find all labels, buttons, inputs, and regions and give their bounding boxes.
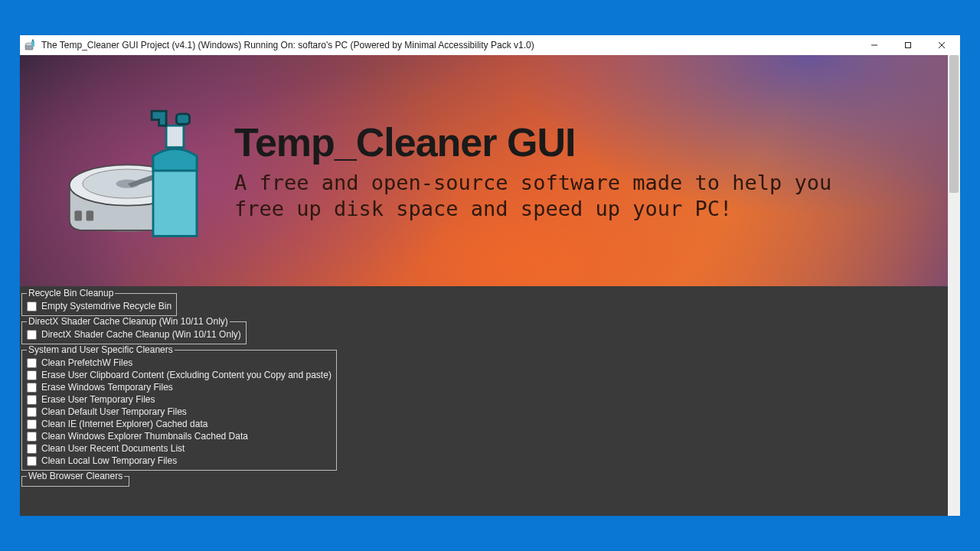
maximize-button[interactable] (891, 35, 925, 55)
hdd-spray-icon (66, 98, 211, 243)
svg-rect-2 (31, 41, 34, 47)
checkbox-label: Erase Windows Temporary Files (41, 382, 173, 393)
banner-text: Temp_Cleaner GUI A free and open-source … (234, 119, 917, 222)
checkbox-label: Clean Local Low Temporary Files (41, 455, 177, 466)
banner-title: Temp_Cleaner GUI (234, 119, 917, 165)
app-icon (24, 39, 37, 51)
checkbox[interactable] (27, 444, 37, 454)
checkbox-label: Erase User Clipboard Content (Excluding … (41, 370, 332, 380)
checkbox[interactable] (27, 432, 37, 442)
checkbox-label: Clean Windows Explorer Thumbnails Cached… (41, 431, 248, 442)
titlebar[interactable]: The Temp_Cleaner GUI Project (v4.1) (Win… (20, 35, 960, 55)
svg-rect-5 (906, 43, 911, 48)
checkbox-row[interactable]: Clean Windows Explorer Thumbnails Cached… (27, 430, 332, 442)
svg-rect-14 (166, 126, 184, 148)
window-controls (858, 35, 959, 55)
group-legend: Web Browser Cleaners (27, 471, 124, 481)
group-legend: Recycle Bin Cleanup (27, 288, 115, 298)
group-system-user: System and User Specific CleanersClean P… (21, 344, 337, 471)
checkbox-row[interactable]: Erase User Clipboard Content (Excluding … (27, 369, 332, 381)
checkbox[interactable] (27, 407, 37, 417)
checkbox-row[interactable]: Erase Windows Temporary Files (27, 381, 332, 393)
svg-rect-15 (176, 114, 189, 124)
svg-rect-9 (74, 210, 82, 220)
header-banner: Temp_Cleaner GUI A free and open-source … (20, 55, 948, 286)
checkbox[interactable] (27, 383, 37, 393)
checkbox-row[interactable]: Clean IE (Internet Explorer) Cached data (27, 418, 332, 430)
client-area: Temp_Cleaner GUI A free and open-source … (20, 55, 960, 516)
checkbox-label: Empty Systemdrive Recycle Bin (41, 301, 172, 311)
checkbox[interactable] (27, 395, 37, 405)
checkbox-row[interactable]: Empty Systemdrive Recycle Bin (27, 300, 172, 312)
checkbox[interactable] (27, 330, 37, 340)
scrollbar-track[interactable] (948, 55, 960, 516)
svg-rect-3 (32, 40, 34, 42)
close-button[interactable] (925, 35, 959, 55)
scrollbar-thumb[interactable] (949, 55, 959, 193)
checkbox-row[interactable]: Erase User Temporary Files (27, 393, 332, 406)
checkbox-label: Clean User Recent Documents List (41, 443, 185, 454)
checkbox-row[interactable]: Clean Default User Temporary Files (27, 406, 332, 418)
group-legend: System and User Specific Cleaners (27, 344, 175, 355)
checkbox-row[interactable]: Clean User Recent Documents List (27, 442, 332, 455)
cleaner-groups: Recycle Bin CleanupEmpty Systemdrive Rec… (20, 286, 948, 490)
scroll-area: Temp_Cleaner GUI A free and open-source … (20, 55, 948, 516)
checkbox[interactable] (27, 456, 37, 466)
banner-subtitle: A free and open-source software made to … (234, 170, 862, 222)
checkbox-label: Erase User Temporary Files (41, 394, 155, 405)
checkbox-row[interactable]: Clean Local Low Temporary Files (27, 455, 332, 467)
vertical-scrollbar[interactable] (948, 55, 960, 516)
checkbox[interactable] (27, 419, 37, 429)
checkbox[interactable] (27, 302, 37, 311)
app-window: The Temp_Cleaner GUI Project (v4.1) (Win… (20, 35, 960, 516)
checkbox-row[interactable]: Clean PrefetchW Files (27, 357, 332, 369)
svg-rect-10 (87, 210, 94, 220)
checkbox-label: DirectX Shader Cache Cleanup (Win 10/11 … (41, 329, 241, 340)
checkbox[interactable] (27, 358, 37, 368)
group-legend: DirectX Shader Cache Cleanup (Win 10/11 … (27, 316, 230, 327)
group-recycle-bin: Recycle Bin CleanupEmpty Systemdrive Rec… (21, 288, 177, 316)
checkbox-row[interactable]: DirectX Shader Cache Cleanup (Win 10/11 … (27, 328, 241, 341)
checkbox[interactable] (27, 370, 37, 380)
checkbox-label: Clean PrefetchW Files (41, 357, 132, 368)
group-directx: DirectX Shader Cache Cleanup (Win 10/11 … (21, 316, 247, 344)
checkbox-label: Clean Default User Temporary Files (41, 406, 187, 417)
window-title: The Temp_Cleaner GUI Project (v4.1) (Win… (41, 40, 858, 51)
checkbox-label: Clean IE (Internet Explorer) Cached data (41, 419, 207, 429)
minimize-button[interactable] (858, 35, 891, 55)
group-web-browser: Web Browser Cleaners (21, 471, 129, 487)
